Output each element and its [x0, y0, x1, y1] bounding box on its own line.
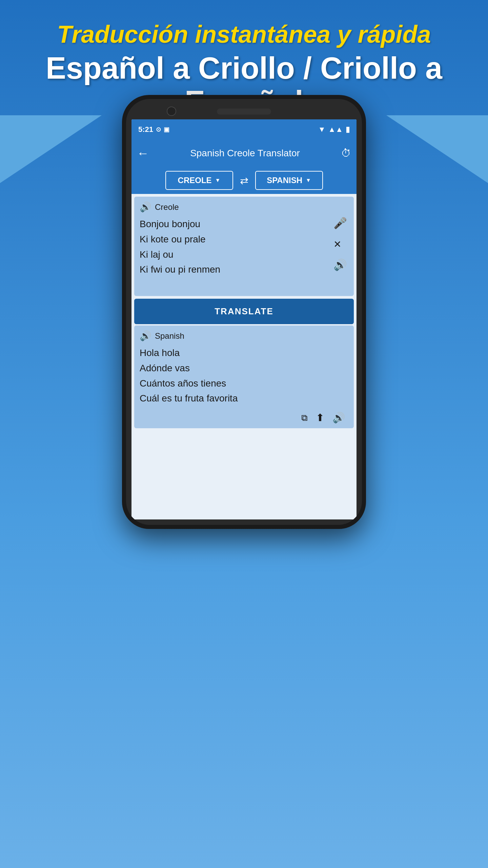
status-time: 5:21: [138, 125, 153, 134]
output-panel-header: 🔊 Spanish: [140, 330, 348, 341]
output-speaker-icon[interactable]: 🔊: [140, 330, 151, 341]
input-panel: 🔊 Creole Bonjou bonjou Ki kote ou prale …: [134, 197, 354, 296]
input-text[interactable]: Bonjou bonjou Ki kote ou prale Ki laj ou…: [140, 217, 348, 277]
output-tts-button[interactable]: 🔊: [332, 412, 345, 423]
output-panel: 🔊 Spanish Hola hola Adónde vas Cuántos a…: [134, 326, 354, 428]
input-lang-label: Creole: [155, 202, 179, 212]
back-button[interactable]: ←: [137, 146, 149, 160]
status-icon1: ⊙: [156, 126, 161, 133]
output-line3: Cuántos años tienes: [140, 376, 348, 391]
status-icon2: ▣: [164, 126, 169, 133]
camera: [167, 106, 176, 116]
history-button[interactable]: ⏱: [341, 147, 351, 159]
input-speaker-bottom-button[interactable]: 🔊: [333, 258, 347, 271]
swap-icon: [240, 175, 248, 186]
language-bar: CREOLE ▼ SPANISH ▼: [131, 167, 357, 194]
share-button[interactable]: ⬆: [316, 412, 324, 423]
input-panel-content: Bonjou bonjou Ki kote ou prale Ki laj ou…: [140, 217, 348, 291]
app-toolbar: ← Spanish Creole Translator ⏱: [131, 140, 357, 167]
promo-line1: Traducción instantánea y rápida: [0, 20, 488, 48]
target-lang-dropdown-icon: ▼: [306, 177, 311, 183]
microphone-button[interactable]: 🎤: [333, 217, 347, 230]
input-panel-header: 🔊 Creole: [140, 201, 348, 213]
input-line2: Ki kote ou prale: [140, 232, 348, 247]
chevron-right: [386, 115, 488, 183]
wifi-icon: ▼: [318, 125, 326, 134]
source-language-button[interactable]: CREOLE ▼: [165, 171, 233, 190]
input-line4: Ki fwi ou pi renmen: [140, 262, 348, 277]
target-language-button[interactable]: SPANISH ▼: [255, 171, 323, 190]
source-language-label: CREOLE: [178, 176, 212, 185]
status-right: ▼ ▲▲ ▮: [318, 125, 350, 134]
input-line3: Ki laj ou: [140, 247, 348, 262]
input-panel-icons: 🎤 🔊: [333, 217, 347, 271]
status-left: 5:21 ⊙ ▣: [138, 125, 169, 134]
chevron-left: [0, 115, 102, 183]
phone-frame: 5:21 ⊙ ▣ ▼ ▲▲ ▮ ← Spanish Creole Transla…: [122, 95, 366, 529]
clear-button[interactable]: [333, 238, 347, 250]
output-lang-label: Spanish: [155, 331, 184, 341]
toolbar-title: Spanish Creole Translator: [155, 148, 336, 159]
earpiece: [217, 108, 271, 115]
output-line1: Hola hola: [140, 346, 348, 361]
phone-inner: 5:21 ⊙ ▣ ▼ ▲▲ ▮ ← Spanish Creole Transla…: [126, 99, 362, 525]
signal-icon: ▲▲: [328, 125, 343, 134]
input-line1: Bonjou bonjou: [140, 217, 348, 232]
output-line2: Adónde vas: [140, 361, 348, 376]
target-language-label: SPANISH: [267, 176, 302, 185]
output-action-icons: ⬆ 🔊: [140, 412, 348, 423]
output-text: Hola hola Adónde vas Cuántos años tienes…: [140, 346, 348, 406]
battery-icon: ▮: [346, 125, 350, 134]
swap-languages-button[interactable]: [240, 175, 248, 186]
output-line4: Cuál es tu fruta favorita: [140, 391, 348, 406]
source-lang-dropdown-icon: ▼: [215, 177, 221, 183]
input-speaker-icon[interactable]: 🔊: [140, 201, 151, 213]
phone-screen: 5:21 ⊙ ▣ ▼ ▲▲ ▮ ← Spanish Creole Transla…: [131, 119, 357, 519]
copy-button[interactable]: [301, 412, 308, 423]
status-bar: 5:21 ⊙ ▣ ▼ ▲▲ ▮: [131, 119, 357, 140]
translate-button[interactable]: TRANSLATE: [134, 299, 354, 324]
